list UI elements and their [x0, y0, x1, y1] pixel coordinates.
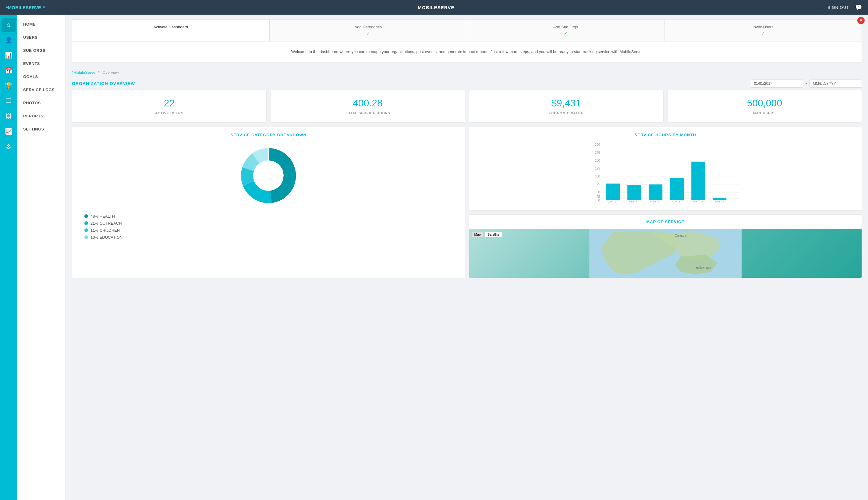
date-range: -: [751, 80, 862, 88]
sidebar-item-servicelogs[interactable]: SERVICE LOGS: [17, 83, 66, 96]
sidebar-item-goals[interactable]: GOALS: [17, 70, 66, 83]
wizard-tabs: Activate Dashboard Add Categories ✓ Add …: [72, 20, 861, 42]
donut-chart-svg: [235, 142, 302, 209]
sidebar-item-home[interactable]: HOME: [17, 18, 66, 31]
map-button-satellite[interactable]: Satellite: [485, 231, 502, 238]
sidebar-icon-suborgs[interactable]: 📊: [1, 48, 15, 62]
top-navigation: *MOBILESERVE ▾ MOBILESERVE SIGN OUT 💬: [0, 0, 868, 15]
date-end-input[interactable]: [809, 80, 862, 88]
content-area: ✕ Activate Dashboard Add Categories ✓ Ad…: [66, 15, 868, 500]
close-wizard-button[interactable]: ✕: [857, 17, 865, 24]
top-nav-right: SIGN OUT 💬: [828, 4, 862, 11]
brand-name: *MOBILESERVE: [6, 5, 41, 10]
bar-apr: [670, 178, 684, 200]
svg-text:MAY '17: MAY '17: [693, 200, 703, 203]
stat-value-active-users: 22: [78, 98, 260, 109]
sidebar-icons: ⌂ 👤 📊 📅 🏆 ☰ 🖼 📈 ⚙: [0, 15, 17, 500]
svg-text:Canada: Canada: [675, 234, 687, 237]
legend-dot-outreach: [84, 221, 88, 225]
stat-label-economic-value: ECONOMIC VALUE: [475, 111, 657, 115]
map-svg: Canada Hudson Bay: [469, 229, 862, 278]
donut-container: 48% HEALTH 21% OUTREACH 11% CHILDREN: [78, 142, 459, 242]
sidebar-icon-home[interactable]: ⌂: [1, 18, 15, 32]
wizard-tab-invite-label: Invite Users: [752, 25, 774, 29]
legend-label-health: 48% HEALTH: [91, 214, 115, 219]
svg-text:150: 150: [595, 159, 600, 162]
stat-card-active-users: 22 ACTIVE USERS: [72, 90, 267, 123]
bar-may: [691, 162, 705, 200]
svg-text:Hudson Bay: Hudson Bay: [696, 266, 711, 269]
bar-mar: [649, 184, 662, 200]
sidebar-icon-servicelogs[interactable]: ☰: [1, 94, 15, 108]
svg-text:FEB '17: FEB '17: [629, 200, 639, 203]
legend-item-outreach: 21% OUTREACH: [84, 221, 453, 226]
svg-text:175: 175: [595, 151, 600, 154]
wizard-description: Welcome to the dashboard where you can m…: [84, 49, 849, 55]
breadcrumb-current: Overview: [102, 70, 119, 75]
svg-text:0: 0: [598, 199, 600, 202]
legend-item-education: 10% EDUCATION: [84, 235, 453, 240]
check-suborgs: ✓: [473, 31, 658, 36]
wizard-tab-invite[interactable]: Invite Users ✓: [665, 20, 861, 41]
breadcrumb-link[interactable]: *MobileServe: [72, 70, 95, 75]
wizard-tab-categories-label: Add Categories: [355, 25, 382, 29]
stat-card-service-hours: 400.28 TOTAL SERVICE HOURS: [270, 90, 465, 123]
date-start-input[interactable]: [751, 80, 803, 88]
legend-item-children: 11% CHILDREN: [84, 228, 453, 232]
stat-card-economic-value: $9,431 ECONOMIC VALUE: [469, 90, 664, 123]
sidebar-icon-reports[interactable]: 📈: [1, 124, 15, 138]
wizard-tab-suborgs-label: Add Sub Orgs: [553, 25, 578, 29]
date-separator: -: [806, 81, 807, 86]
bar-chart-svg: 200 175 150 125 100 75 50 25 0: [475, 142, 856, 203]
sidebar-item-users[interactable]: USERS: [17, 31, 66, 44]
svg-text:75: 75: [597, 183, 600, 186]
stat-value-economic-value: $9,431: [475, 98, 657, 109]
sign-out-button[interactable]: SIGN OUT: [828, 5, 849, 10]
stat-label-service-hours: TOTAL SERVICE HOURS: [277, 111, 458, 115]
wizard-body: Welcome to the dashboard where you can m…: [72, 42, 861, 62]
sidebar-item-settings[interactable]: SETTINGS: [17, 123, 66, 136]
wizard-tab-activate[interactable]: Activate Dashboard: [72, 20, 270, 41]
bar-chart-title: SERVICE HOURS BY MONTH: [475, 133, 856, 137]
svg-text:MAR '17: MAR '17: [650, 200, 660, 203]
wizard-tab-categories[interactable]: Add Categories ✓: [270, 20, 467, 41]
sidebar-item-photos[interactable]: PHOTOS: [17, 96, 66, 110]
svg-text:JAN '17: JAN '17: [608, 200, 617, 203]
sidebar-item-suborgs[interactable]: SUB ORGS: [17, 44, 66, 57]
sidebar-item-events[interactable]: EVENTS: [17, 57, 66, 70]
legend-item-health: 48% HEALTH: [84, 214, 453, 219]
chat-icon[interactable]: 💬: [855, 4, 862, 11]
wizard-tab-suborgs[interactable]: Add Sub Orgs ✓: [467, 20, 665, 41]
map-controls: Map Satellite: [472, 231, 502, 238]
stat-value-service-hours: 400.28: [277, 98, 458, 109]
brand-chevron: ▾: [43, 5, 45, 10]
check-categories: ✓: [276, 31, 461, 36]
legend-dot-education: [84, 235, 88, 239]
brand-logo[interactable]: *MOBILESERVE ▾: [6, 5, 45, 10]
section-title: ORGANIZATION OVERVIEW: [72, 81, 135, 86]
donut-legend: 48% HEALTH 21% OUTREACH 11% CHILDREN: [78, 214, 459, 242]
wizard-tab-activate-label: Activate Dashboard: [154, 25, 188, 29]
sidebar-item-reports[interactable]: REPORTS: [17, 110, 66, 123]
sidebar-icon-events[interactable]: 📅: [1, 64, 15, 78]
svg-point-8: [254, 161, 283, 191]
svg-text:200: 200: [595, 143, 600, 146]
svg-text:25: 25: [597, 195, 600, 198]
map-card: MAP OF SERVICE Map Satellite: [469, 214, 862, 278]
svg-text:125: 125: [595, 167, 600, 170]
bar-feb: [627, 185, 641, 200]
donut-chart-card: SERVICE CATEGORY BREAKDOWN: [72, 126, 465, 278]
stat-label-active-users: ACTIVE USERS: [78, 111, 260, 115]
svg-text:100: 100: [595, 175, 600, 178]
sidebar-icon-users[interactable]: 👤: [1, 33, 15, 47]
sidebar-icon-goals[interactable]: 🏆: [1, 79, 15, 93]
bar-jun: [713, 198, 726, 200]
svg-text:JUN '17: JUN '17: [714, 200, 724, 203]
stats-row: 22 ACTIVE USERS 400.28 TOTAL SERVICE HOU…: [66, 90, 868, 126]
stat-value-max-users: 500,000: [673, 98, 856, 109]
main-layout: ⌂ 👤 📊 📅 🏆 ☰ 🖼 📈 ⚙ HOME USERS SUB ORGS EV…: [0, 15, 868, 500]
sidebar-icon-photos[interactable]: 🖼: [1, 109, 15, 123]
sidebar-icon-settings[interactable]: ⚙: [1, 140, 15, 154]
breadcrumb-separator: /: [98, 70, 99, 75]
map-button-map[interactable]: Map: [472, 231, 483, 238]
